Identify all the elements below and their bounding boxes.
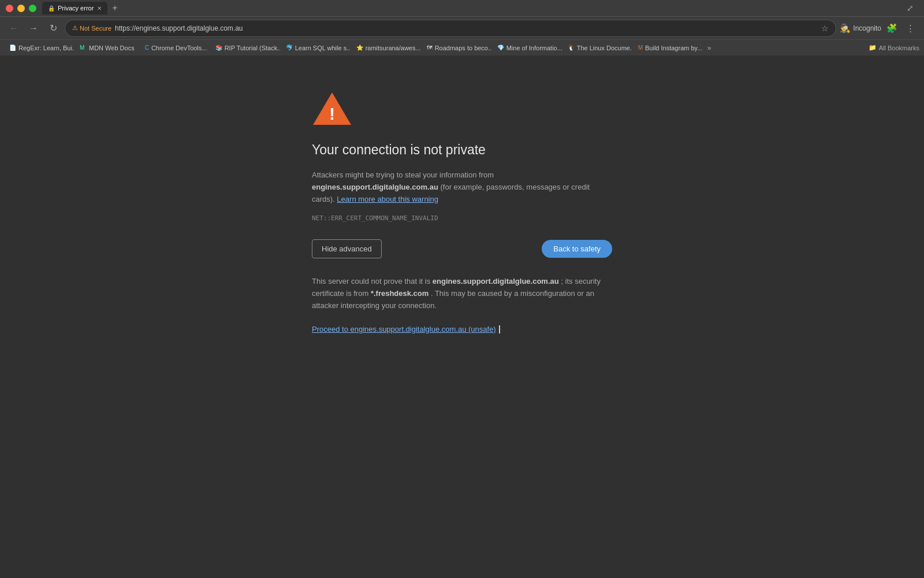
bookmark-label: ramitsurana/awes... bbox=[366, 45, 421, 51]
address-bar: ⚠ Not Secure ☆ bbox=[65, 20, 836, 37]
bookmark-favicon-mine: 💎 bbox=[497, 45, 504, 51]
bookmark-item-sql[interactable]: 🐬 Learn SQL while s... bbox=[281, 43, 351, 53]
bookmark-item-linux[interactable]: 🐧 The Linux Docume... bbox=[563, 43, 632, 53]
maximize-button[interactable] bbox=[29, 5, 36, 12]
menu-button[interactable]: ⋮ bbox=[902, 20, 918, 36]
extensions-button[interactable]: 🧩 bbox=[884, 20, 900, 36]
bookmark-label: Roadmaps to beco... bbox=[435, 45, 491, 51]
bookmark-favicon-regexr: 📄 bbox=[9, 45, 16, 51]
bookmark-item-rip[interactable]: 📚 RIP Tutorial (Stack... bbox=[211, 43, 280, 53]
bookmark-favicon-rip: 📚 bbox=[215, 45, 222, 51]
bookmark-favicon-ramit: ⭐ bbox=[356, 45, 363, 51]
page-content: ! Your connection is not private Attacke… bbox=[0, 55, 924, 578]
advanced-text-part1: This server could not prove that it is bbox=[312, 277, 430, 286]
tab-close-icon[interactable]: ✕ bbox=[97, 5, 102, 12]
error-domain: engines.support.digitalglue.com.au bbox=[312, 183, 438, 191]
url-input[interactable] bbox=[115, 24, 818, 32]
bookmark-label: Chrome DevTools... bbox=[151, 45, 207, 51]
active-tab[interactable]: 🔒 Privacy error ✕ bbox=[42, 2, 107, 14]
bookmarks-folder[interactable]: 📁 All Bookmarks bbox=[869, 44, 919, 51]
error-container: ! Your connection is not private Attacke… bbox=[312, 90, 612, 334]
bookmark-item-regexr[interactable]: 📄 RegExr: Learn, Bui... bbox=[5, 43, 74, 53]
error-code: NET::ERR_CERT_COMMON_NAME_INVALID bbox=[312, 214, 612, 222]
new-window-button[interactable]: ⤢ bbox=[902, 0, 918, 16]
back-button[interactable]: ← bbox=[6, 20, 22, 36]
advanced-domain: engines.support.digitalglue.com.au bbox=[433, 277, 559, 286]
new-tab-button[interactable]: + bbox=[109, 3, 121, 13]
bookmark-star-button[interactable]: ☆ bbox=[821, 24, 829, 33]
bookmark-favicon-mdn: M bbox=[80, 45, 87, 51]
incognito-indicator: 🕵 Incognito bbox=[840, 23, 881, 34]
minimize-button[interactable] bbox=[17, 5, 25, 12]
text-cursor bbox=[499, 325, 500, 334]
bookmark-favicon-devtools: C bbox=[145, 45, 149, 51]
incognito-label: Incognito bbox=[853, 24, 881, 32]
close-button[interactable] bbox=[6, 5, 13, 12]
tab-favicon: 🔒 bbox=[48, 5, 55, 12]
bookmark-label: RIP Tutorial (Stack... bbox=[225, 45, 280, 51]
bookmark-label: RegExr: Learn, Bui... bbox=[18, 45, 74, 51]
toolbar: ← → ↻ ⚠ Not Secure ☆ 🕵 Incognito 🧩 ⋮ bbox=[0, 16, 924, 39]
back-to-safety-button[interactable]: Back to safety bbox=[542, 240, 612, 258]
security-indicator[interactable]: ⚠ Not Secure bbox=[72, 24, 111, 32]
bookmark-favicon-roadmaps: 🗺 bbox=[427, 45, 433, 51]
incognito-icon: 🕵 bbox=[840, 23, 851, 34]
bookmarks-more-button[interactable]: » bbox=[704, 43, 715, 53]
button-row: Hide advanced Back to safety bbox=[312, 239, 612, 258]
advanced-cert: *.freshdesk.com bbox=[371, 289, 429, 298]
tab-bar: 🔒 Privacy error ✕ + bbox=[42, 2, 902, 14]
bookmark-item-devtools[interactable]: C Chrome DevTools... bbox=[140, 43, 210, 53]
bookmark-item-roadmaps[interactable]: 🗺 Roadmaps to beco... bbox=[422, 43, 491, 53]
bookmarks-bar: 📄 RegExr: Learn, Bui... M MDN Web Docs C… bbox=[0, 39, 924, 55]
bookmark-favicon-instagram: M bbox=[638, 45, 643, 51]
bookmark-favicon-linux: 🐧 bbox=[568, 45, 575, 51]
advanced-info: This server could not prove that it is e… bbox=[312, 276, 612, 312]
forward-button[interactable]: → bbox=[25, 20, 42, 36]
description-part1: Attackers might be trying to steal your … bbox=[312, 171, 494, 179]
not-secure-label: Not Secure bbox=[80, 25, 111, 32]
bookmark-item-mdn[interactable]: M MDN Web Docs bbox=[75, 43, 139, 53]
proceed-link[interactable]: Proceed to engines.support.digitalglue.c… bbox=[312, 325, 496, 334]
bookmark-item-mine[interactable]: 💎 Mine of Informatio... bbox=[493, 43, 562, 53]
learn-more-link[interactable]: Learn more about this warning bbox=[337, 195, 438, 203]
bookmark-label: Mine of Informatio... bbox=[506, 45, 562, 51]
folder-icon: 📁 bbox=[869, 44, 877, 51]
bookmark-label: MDN Web Docs bbox=[89, 45, 135, 51]
bookmark-favicon-sql: 🐬 bbox=[286, 45, 293, 51]
bookmark-label: Learn SQL while s... bbox=[295, 45, 351, 51]
bookmark-label: Build Instagram by... bbox=[645, 45, 702, 51]
error-description: Attackers might be trying to steal your … bbox=[312, 169, 612, 205]
bookmark-label: The Linux Docume... bbox=[577, 45, 632, 51]
svg-text:!: ! bbox=[329, 104, 335, 123]
bookmark-item-ramitsurana[interactable]: ⭐ ramitsurana/awes... bbox=[352, 43, 421, 53]
bookmark-item-instagram[interactable]: M Build Instagram by... bbox=[634, 43, 703, 53]
reload-button[interactable]: ↻ bbox=[45, 20, 61, 36]
titlebar: 🔒 Privacy error ✕ + ⤢ bbox=[0, 0, 924, 16]
warning-triangle-svg: ! bbox=[312, 90, 352, 126]
error-title: Your connection is not private bbox=[312, 142, 612, 158]
warning-icon: ⚠ bbox=[72, 24, 78, 32]
window-controls bbox=[6, 5, 36, 12]
warning-icon-container: ! bbox=[312, 90, 612, 128]
tab-title: Privacy error bbox=[58, 5, 94, 12]
hide-advanced-button[interactable]: Hide advanced bbox=[312, 239, 382, 258]
all-bookmarks-label: All Bookmarks bbox=[879, 45, 919, 51]
toolbar-right: 🕵 Incognito 🧩 ⋮ bbox=[840, 20, 918, 36]
